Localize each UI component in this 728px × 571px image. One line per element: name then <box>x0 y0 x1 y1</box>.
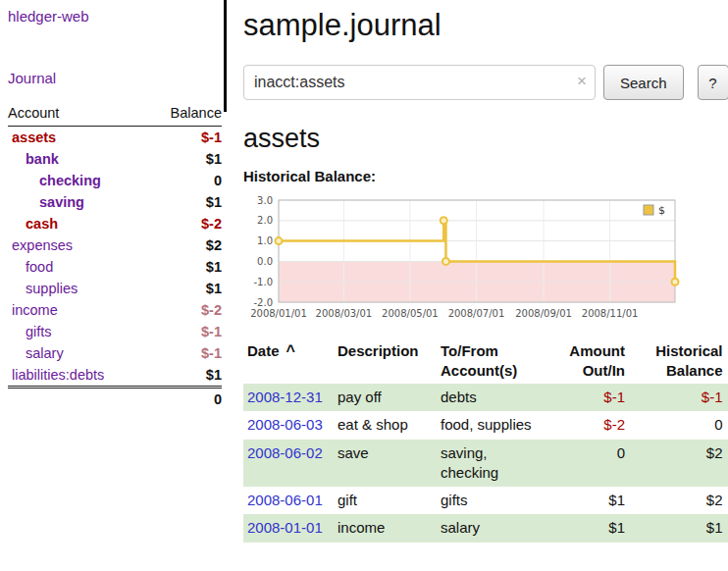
account-balance: $-1 <box>147 321 222 342</box>
register-date-cell: 2008-06-02 <box>243 440 338 488</box>
main-content: sample.journal × Search ? assets Histori… <box>226 0 728 571</box>
page-title: sample.journal <box>243 8 728 43</box>
account-row: checking0 <box>8 170 222 191</box>
account-row: income$-2 <box>8 299 222 321</box>
svg-text:2008/05/01: 2008/05/01 <box>382 308 439 319</box>
register-row: 2008-06-01giftgifts$1$2 <box>243 487 728 514</box>
accounts-col-account: Account <box>8 102 147 127</box>
svg-text:2008/01/01: 2008/01/01 <box>250 308 307 319</box>
register-description: income <box>338 514 441 542</box>
sidebar: hledger-web Journal Account Balance asse… <box>0 0 226 571</box>
account-balance: $1 <box>147 278 222 299</box>
account-row: expenses$2 <box>8 234 222 256</box>
account-balance: $-2 <box>147 213 222 234</box>
search-box: × <box>243 65 596 100</box>
account-heading: assets <box>243 124 728 154</box>
register-date-cell: 2008-06-03 <box>243 411 338 439</box>
transaction-date-link[interactable]: 2008-12-31 <box>247 389 323 405</box>
register-header-row: Date^ Description To/From Account(s) Amo… <box>243 339 728 384</box>
historical-balance-chart: 2008/01/012008/03/012008/05/012008/07/01… <box>243 192 687 330</box>
register-accounts: saving, checking <box>441 440 556 488</box>
svg-text:0.0: 0.0 <box>257 256 273 267</box>
account-link[interactable]: assets <box>12 130 56 145</box>
account-balance: $1 <box>147 364 222 388</box>
register-description: save <box>338 440 441 488</box>
accounts-total: 0 <box>147 388 222 411</box>
svg-text:2008/03/01: 2008/03/01 <box>316 308 373 319</box>
account-link[interactable]: checking <box>39 173 101 188</box>
register-description: eat & shop <box>338 411 441 439</box>
account-row: liabilities:debts$1 <box>8 364 222 388</box>
register-amount: 0 <box>556 440 631 488</box>
account-row: salary$-1 <box>8 342 222 364</box>
col-header-description: Description <box>338 339 441 384</box>
register-description: pay off <box>338 384 441 411</box>
col-header-date[interactable]: Date^ <box>243 339 338 384</box>
account-link[interactable]: salary <box>26 345 64 361</box>
account-row: assets$-1 <box>8 127 222 149</box>
col-header-amount: Amount Out/In <box>556 339 631 384</box>
svg-text:-2.0: -2.0 <box>253 297 273 308</box>
register-balance: $2 <box>631 487 728 514</box>
register-balance: $2 <box>631 440 728 488</box>
account-balance: $-2 <box>147 299 222 321</box>
hledger-web-app: hledger-web Journal Account Balance asse… <box>0 0 728 571</box>
account-link[interactable]: bank <box>26 151 59 167</box>
account-link[interactable]: income <box>12 302 58 318</box>
clear-search-icon[interactable]: × <box>577 72 587 91</box>
account-row: cash$-2 <box>8 213 222 234</box>
account-balance: $1 <box>147 256 222 278</box>
svg-text:2008/09/01: 2008/09/01 <box>515 308 572 319</box>
accounts-table: Account Balance assets$-1bank$1checking0… <box>8 102 222 410</box>
account-link[interactable]: gifts <box>26 324 52 339</box>
svg-text:3.0: 3.0 <box>257 195 273 206</box>
col-header-accounts: To/From Account(s) <box>441 339 556 384</box>
account-row: saving$1 <box>8 191 222 213</box>
svg-text:2.0: 2.0 <box>257 215 273 226</box>
svg-text:2008/07/01: 2008/07/01 <box>448 308 505 319</box>
journal-link[interactable]: Journal <box>8 70 56 86</box>
accounts-total-row: 0 <box>8 388 222 411</box>
app-title-link[interactable]: hledger-web <box>8 8 89 25</box>
register-amount: $1 <box>556 487 631 514</box>
account-link[interactable]: supplies <box>26 281 78 296</box>
account-balance: 0 <box>147 170 222 191</box>
account-link[interactable]: liabilities:debts <box>12 367 104 383</box>
sidebar-scrollbar[interactable] <box>224 0 227 112</box>
register-accounts: debts <box>441 384 556 411</box>
account-link[interactable]: saving <box>39 194 84 210</box>
register-accounts: food, supplies <box>441 411 556 439</box>
account-link[interactable]: cash <box>26 216 58 232</box>
account-link[interactable]: expenses <box>12 237 73 253</box>
account-row: gifts$-1 <box>8 321 222 342</box>
search-input[interactable] <box>243 65 596 100</box>
svg-text:1.0: 1.0 <box>257 235 273 246</box>
account-link[interactable]: food <box>26 259 53 275</box>
search-button[interactable]: Search <box>603 65 684 100</box>
account-row: supplies$1 <box>8 278 222 299</box>
transaction-date-link[interactable]: 2008-01-01 <box>247 519 323 536</box>
register-table: Date^ Description To/From Account(s) Amo… <box>243 339 728 543</box>
transaction-date-link[interactable]: 2008-06-02 <box>247 444 323 461</box>
register-date-cell: 2008-12-31 <box>243 384 338 411</box>
sort-ascending-icon: ^ <box>286 342 295 359</box>
help-button[interactable]: ? <box>698 65 728 100</box>
account-balance: $1 <box>147 148 222 170</box>
register-description: gift <box>338 487 441 514</box>
journal-nav: Journal <box>8 70 222 86</box>
account-row: bank$1 <box>8 148 222 170</box>
register-accounts: gifts <box>441 487 556 514</box>
svg-text:-1.0: -1.0 <box>253 277 273 287</box>
register-date-cell: 2008-06-01 <box>243 487 338 514</box>
account-row: food$1 <box>8 256 222 278</box>
register-balance: $-1 <box>631 384 728 411</box>
register-balance: 0 <box>631 411 728 439</box>
account-balance: $1 <box>147 191 222 213</box>
register-row: 2008-12-31pay offdebts$-1$-1 <box>243 384 728 411</box>
svg-text:2008/11/01: 2008/11/01 <box>582 308 639 319</box>
transaction-date-link[interactable]: 2008-06-03 <box>247 416 323 433</box>
svg-text:$: $ <box>658 204 665 217</box>
register-amount: $-1 <box>556 384 631 411</box>
register-amount: $-2 <box>556 411 631 439</box>
transaction-date-link[interactable]: 2008-06-01 <box>247 492 323 508</box>
